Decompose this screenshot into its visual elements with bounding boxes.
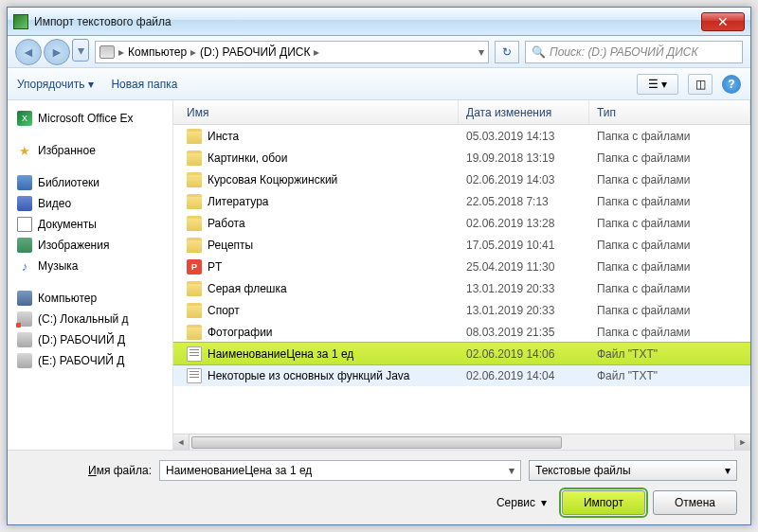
file-row[interactable]: Рецепты17.05.2019 10:41Папка с файлами xyxy=(173,234,750,256)
column-name[interactable]: Имя xyxy=(179,100,459,124)
sidebar-computer[interactable]: Компьютер xyxy=(11,288,169,309)
file-row[interactable]: НаименованиеЦена за 1 ед02.06.2019 14:06… xyxy=(173,343,750,364)
nav-arrows: ◄ ► ▾ xyxy=(15,39,89,65)
file-row[interactable]: Литература22.05.2018 7:13Папка с файлами xyxy=(173,190,750,212)
scroll-left-button[interactable]: ◄ xyxy=(173,434,190,451)
file-type: Папка с файлами xyxy=(589,173,750,186)
new-folder-button[interactable]: Новая папка xyxy=(111,78,177,91)
file-rows[interactable]: Инста05.03.2019 14:13Папка с файламиКарт… xyxy=(173,125,750,434)
file-name: Рецепты xyxy=(208,239,253,252)
file-row[interactable]: Курсовая Коцюржинский02.06.2019 14:03Пап… xyxy=(173,168,750,190)
file-name: Литература xyxy=(208,195,269,208)
file-name: Картинки, обои xyxy=(208,151,287,165)
titlebar[interactable]: Импорт текстового файла ✕ xyxy=(8,8,750,36)
forward-button[interactable]: ► xyxy=(44,39,70,65)
file-name: Серая флешка xyxy=(208,282,287,295)
file-name: Спорт xyxy=(208,304,240,317)
file-type: Папка с файлами xyxy=(589,217,750,230)
breadcrumb-root[interactable]: Компьютер xyxy=(128,45,187,59)
txt-icon xyxy=(187,368,202,383)
file-row[interactable]: Инста05.03.2019 14:13Папка с файлами xyxy=(173,125,750,147)
organize-menu[interactable]: Упорядочить▾ xyxy=(17,78,94,91)
file-row[interactable]: Картинки, обои19.09.2018 13:19Папка с фа… xyxy=(173,147,750,168)
sidebar-images[interactable]: Изображения xyxy=(11,235,169,256)
breadcrumb-path[interactable]: (D:) РАБОЧИЙ ДИСК xyxy=(200,45,310,59)
chevron-right-icon: ▸ xyxy=(314,45,319,59)
horizontal-scrollbar[interactable]: ◄ ► xyxy=(173,434,750,450)
chevron-down-icon: ▾ xyxy=(725,464,731,477)
sidebar-music[interactable]: ♪Музыка xyxy=(11,256,169,276)
sidebar: XMicrosoft Office Ex ★Избранное Библиоте… xyxy=(8,100,173,450)
file-row[interactable]: PPT25.04.2019 11:30Папка с файлами xyxy=(173,256,750,277)
folder-icon xyxy=(187,281,202,296)
bottom-panel: Имя файла: НаименованиеЦена за 1 ед ▾ Те… xyxy=(8,450,750,524)
excel-icon: X xyxy=(17,111,32,126)
sidebar-drive-c[interactable]: (C:) Локальный д xyxy=(11,309,169,329)
folder-icon xyxy=(187,303,202,318)
sidebar-office[interactable]: XMicrosoft Office Ex xyxy=(11,108,169,129)
cancel-button[interactable]: Отмена xyxy=(653,490,737,515)
file-name: Некоторые из основных функций Java xyxy=(208,369,410,382)
file-type: Папка с файлами xyxy=(589,326,750,339)
column-headers: Имя Дата изменения Тип xyxy=(173,100,750,125)
service-menu[interactable]: Сервис▾ xyxy=(496,496,547,509)
file-row[interactable]: Спорт13.01.2019 20:33Папка с файлами xyxy=(173,299,750,321)
filename-row: Имя файла: НаименованиеЦена за 1 ед ▾ Те… xyxy=(21,460,737,481)
close-button[interactable]: ✕ xyxy=(701,12,745,31)
import-button[interactable]: Импорт xyxy=(562,490,645,515)
scroll-thumb[interactable] xyxy=(191,436,562,449)
back-button[interactable]: ◄ xyxy=(15,39,42,65)
file-type: Папка с файлами xyxy=(589,130,750,143)
pt-icon: P xyxy=(187,259,202,275)
file-row[interactable]: Некоторые из основных функций Java02.06.… xyxy=(173,364,750,386)
file-row[interactable]: Фотографии08.03.2019 21:35Папка с файлам… xyxy=(173,321,750,343)
sidebar-favorites[interactable]: ★Избранное xyxy=(11,140,169,161)
sidebar-drive-e[interactable]: (E:) РАБОЧИЙ Д xyxy=(11,350,169,371)
file-type: Папка с файлами xyxy=(589,195,750,208)
list-icon: ☰ xyxy=(648,78,659,91)
file-type: Папка с файлами xyxy=(589,239,750,252)
chevron-down-icon[interactable]: ▾ xyxy=(509,464,514,477)
folder-icon xyxy=(187,172,202,187)
file-date: 22.05.2018 7:13 xyxy=(459,195,589,208)
file-date: 25.04.2019 11:30 xyxy=(459,260,589,274)
refresh-button[interactable]: ↻ xyxy=(495,41,519,63)
sidebar-libraries[interactable]: Библиотеки xyxy=(11,172,169,193)
file-list: Имя Дата изменения Тип Инста05.03.2019 1… xyxy=(173,100,750,450)
file-name: Инста xyxy=(208,130,239,143)
file-date: 02.06.2019 14:04 xyxy=(459,369,589,382)
chevron-right-icon: ▸ xyxy=(118,45,124,59)
navigation-bar: ◄ ► ▾ ▸ Компьютер ▸ (D:) РАБОЧИЙ ДИСК ▸ … xyxy=(8,36,750,68)
app-icon xyxy=(13,14,28,29)
filename-input[interactable]: НаименованиеЦена за 1 ед ▾ xyxy=(159,460,521,481)
file-type: Файл "TXT" xyxy=(589,369,750,382)
column-date[interactable]: Дата изменения xyxy=(459,100,589,124)
file-type: Папка с файлами xyxy=(589,304,750,317)
file-row[interactable]: Серая флешка13.01.2019 20:33Папка с файл… xyxy=(173,277,750,299)
sidebar-video[interactable]: Видео xyxy=(11,193,169,214)
preview-pane-button[interactable]: ◫ xyxy=(688,74,713,95)
file-date: 05.03.2019 14:13 xyxy=(459,130,589,143)
search-icon: 🔍 xyxy=(532,45,546,59)
button-row: Сервис▾ Импорт Отмена xyxy=(21,490,737,515)
column-type[interactable]: Тип xyxy=(589,100,750,124)
file-type: Папка с файлами xyxy=(589,260,750,274)
drive-icon xyxy=(17,332,32,347)
folder-icon xyxy=(187,129,202,144)
view-mode-button[interactable]: ☰▾ xyxy=(637,74,678,95)
search-input[interactable]: 🔍 Поиск: (D:) РАБОЧИЙ ДИСК xyxy=(525,41,743,63)
scroll-right-button[interactable]: ► xyxy=(734,434,750,451)
txt-icon xyxy=(187,346,202,362)
history-dropdown[interactable]: ▾ xyxy=(72,39,89,62)
sidebar-documents[interactable]: Документы xyxy=(11,214,169,235)
search-placeholder: Поиск: (D:) РАБОЧИЙ ДИСК xyxy=(550,45,698,59)
chevron-down-icon[interactable]: ▾ xyxy=(478,45,484,59)
sidebar-drive-d[interactable]: (D:) РАБОЧИЙ Д xyxy=(11,329,169,350)
star-icon: ★ xyxy=(17,143,32,158)
file-date: 08.03.2019 21:35 xyxy=(459,326,589,339)
breadcrumb[interactable]: ▸ Компьютер ▸ (D:) РАБОЧИЙ ДИСК ▸ ▾ xyxy=(95,41,489,63)
folder-icon xyxy=(187,216,202,231)
file-row[interactable]: Работа02.06.2019 13:28Папка с файлами xyxy=(173,212,750,234)
filter-dropdown[interactable]: Текстовые файлы ▾ xyxy=(529,460,737,481)
help-button[interactable]: ? xyxy=(722,75,741,94)
